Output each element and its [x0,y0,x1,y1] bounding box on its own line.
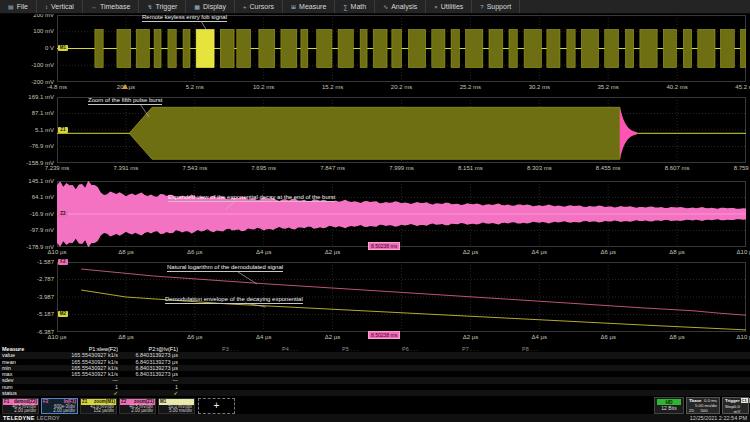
measure-cell [238,390,298,396]
x-tick-label: 7.391 ms [104,165,148,172]
waveform-grid-3[interactable] [57,181,746,247]
x-tick-label: Δ8 µs [655,249,699,256]
y-axis-label: 169.1 mV [0,94,54,101]
timebase-icon: ↔ [91,4,97,10]
menu-vertical[interactable]: ↕Vertical [37,0,83,13]
timebase-box[interactable]: Tbase0.0 ms 5.00 ms/div 25 MS500 MS/s [686,397,720,414]
descriptor-z2[interactable]: Z2zoom(Z1)40.5 mV/div2.00 µs/div [119,398,156,414]
trigger-mode: Stop [725,404,734,414]
trace-marker-f2[interactable]: F2 [58,259,68,265]
descriptor-f2[interactable]: F2ln(F1)600e-3/div2.00 µs/div [41,398,78,414]
y-axis-label: -5.187 [0,311,54,318]
x-tick-label: 7.239 ms [35,165,79,172]
x-tick-label: Δ2 µs [311,334,355,341]
menu-cursors[interactable]: +Cursors [235,0,283,13]
x-tick-label: 7.695 ms [242,165,286,172]
menu-measure[interactable]: ⊞Measure [283,0,335,13]
add-trace-button[interactable]: + [198,398,235,414]
menu-label: Trigger [155,3,177,10]
display-icon: ▦ [194,3,200,10]
y-axis-label: -76.9 mV [0,143,54,150]
x-tick-label: Δ6 µs [586,334,630,341]
trace-natural-log [81,269,746,315]
x-tick-label: Δ2 µs [448,334,492,341]
trigger-level: 0.0 mV [734,404,746,414]
x-tick-label: Δ2 µs [448,249,492,256]
x-tick-label: Δ4 µs [242,249,286,256]
x-tick-label: 8.455 ms [586,165,630,172]
zoom-position-badge: 8.50238 ms [368,242,400,250]
math-icon: ∑ [343,4,347,10]
x-tick-label: 7.543 ms [173,165,217,172]
trace-marker-z2[interactable]: Z2 [58,211,68,217]
annotation-label: Expanded view of the exponential decay a… [168,194,335,202]
x-tick-label: 7.847 ms [311,165,355,172]
menu-label: Utilities [441,3,464,10]
x-tick-label: Δ4 µs [517,249,561,256]
support-icon: ? [480,4,483,10]
x-tick-label: 8.759 ms [724,165,750,172]
descriptor-id: M1 [160,399,166,405]
descriptor-f1[interactable]: F1demod(Z2)40.5 mV/div2.00 µs/div [2,398,39,414]
x-tick-label: 35.2 ms [586,84,630,91]
x-tick-label: Δ6 µs [586,249,630,256]
menu-display[interactable]: ▦Display [186,0,235,13]
x-tick-label: 30.2 ms [517,84,561,91]
file-icon: ▤ [8,3,14,10]
brand-logo: TELEDYNELECROY [3,415,60,421]
menu-trigger[interactable]: ↯Trigger [139,0,186,13]
x-tick-label: 20.2 ms [380,84,424,91]
trace-marker-m2[interactable]: M2 [58,311,68,317]
measure-row-label: status [0,390,44,396]
datetime-stamp: 12/25/2021 2:22:54 PM [690,415,747,421]
menu-label: Analysis [391,3,417,10]
descriptor-id: F1 [4,399,9,405]
x-tick-label: 40.2 ms [655,84,699,91]
descriptor-id: Z2 [121,399,126,405]
x-tick-label: 15.2 ms [311,84,355,91]
trigger-box[interactable]: TriggerC1DC Stop0.0 mV EdgePositive [722,397,749,414]
y-axis-label: -16.9 mV [0,211,54,218]
x-tick-label: Δ6 µs [173,334,217,341]
menu-utilities[interactable]: ×Utilities [426,0,472,13]
menu-math[interactable]: ∑Math [335,0,375,13]
acquisition-mode-box[interactable]: HD 12 Bits [654,397,684,414]
measure-cell [358,390,418,396]
descriptor-z1[interactable]: Z1zoom(M1)41.0 mV/div152 µs/div [80,398,117,414]
x-tick-label: 8.607 ms [655,165,699,172]
x-tick-label: 10.2 ms [242,84,286,91]
analysis-icon: ∿ [383,3,388,10]
x-tick-label: Δ4 µs [517,334,561,341]
x-tick-label: Δ10 µs [35,249,79,256]
x-tick-label: 25.2 ms [448,84,492,91]
measure-cell: ✓ [44,390,118,396]
x-tick-label: Δ8 µs [104,249,148,256]
menu-label: Display [203,3,226,10]
status-bar: TELEDYNELECROY 12/25/2021 2:22:54 PM [0,414,750,422]
y-axis-label: 100 mV [0,28,54,35]
y-axis-label: 5.1 mV [0,127,54,134]
menu-analysis[interactable]: ∿Analysis [375,0,426,13]
menu-timebase[interactable]: ↔Timebase [83,0,139,13]
measure-cell: ✓ [118,390,178,396]
trace-marker-m1[interactable]: M1 [58,45,68,51]
waveform-grid-2[interactable] [57,97,746,163]
x-tick-label: 7.999 ms [380,165,424,172]
waveform-grid-1[interactable] [57,15,746,82]
menu-label: Support [487,3,512,10]
menu-label: Cursors [250,3,275,10]
descriptor-m1[interactable]: M150.0 mV/div5.00 ms/div [158,398,195,414]
x-tick-label: Δ10 µs [724,249,750,256]
hd-bits-label: 12 Bits [655,405,683,412]
oscilloscope-screen: ▤File↕Vertical↔Timebase↯Trigger▦Display+… [0,0,750,422]
waveform-grid-4[interactable] [57,262,746,332]
y-axis-label: 87.1 mV [0,110,54,117]
y-axis-label: -1.587 [0,259,54,266]
menu-support[interactable]: ?Support [472,0,520,13]
trace-marker-z1[interactable]: Z1 [58,127,68,133]
trigger-source-badge: C1 [741,398,748,403]
y-axis-label: 64.1 mV [0,194,54,201]
x-tick-label: Δ8 µs [655,334,699,341]
menu-label: File [17,3,28,10]
menu-file[interactable]: ▤File [0,0,37,13]
